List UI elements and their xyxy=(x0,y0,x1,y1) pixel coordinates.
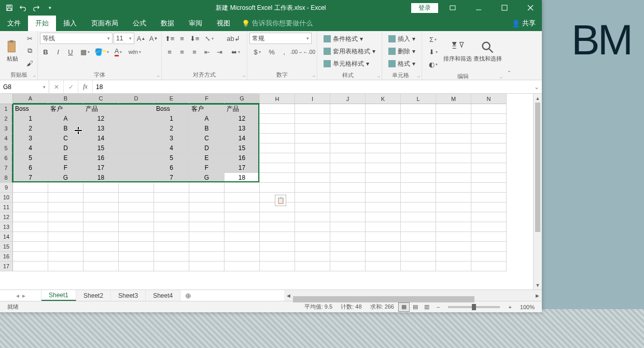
cell-L2[interactable] xyxy=(401,114,436,124)
sheet-tab-sheet2[interactable]: Sheet2 xyxy=(76,290,111,301)
cell-F13[interactable] xyxy=(189,222,225,232)
cell-M7[interactable] xyxy=(436,163,471,173)
comma-format-icon[interactable]: , xyxy=(278,46,290,57)
font-size-combo[interactable]: 11 xyxy=(114,33,134,44)
cell-D3[interactable] xyxy=(119,124,154,134)
cell-H9[interactable] xyxy=(260,183,295,193)
cell-C11[interactable] xyxy=(83,202,119,212)
cell-C14[interactable] xyxy=(83,232,119,242)
cell-L15[interactable] xyxy=(401,242,436,252)
cell-A4[interactable]: 3 xyxy=(13,134,48,143)
vertical-scrollbar[interactable]: ▲ ▼ xyxy=(533,94,542,289)
cell-A3[interactable]: 2 xyxy=(13,124,48,134)
cell-F7[interactable]: F xyxy=(189,163,225,173)
scroll-right-icon[interactable]: ▶ xyxy=(533,293,542,298)
cell-B7[interactable]: F xyxy=(48,163,83,173)
cell-L12[interactable] xyxy=(401,212,436,222)
cell-F6[interactable]: E xyxy=(189,153,225,163)
undo-icon[interactable] xyxy=(17,2,29,14)
cell-N10[interactable] xyxy=(471,193,507,202)
cell-D13[interactable] xyxy=(119,222,154,232)
cell-K11[interactable] xyxy=(366,202,401,212)
sheet-tab-sheet4[interactable]: Sheet4 xyxy=(146,290,180,301)
qat-customize-icon[interactable]: ▾ xyxy=(44,2,56,14)
cell-F2[interactable]: A xyxy=(189,114,225,124)
cell-K2[interactable] xyxy=(366,114,401,124)
col-header-D[interactable]: D xyxy=(119,94,154,104)
cell-J10[interactable] xyxy=(330,193,366,202)
cell-I9[interactable] xyxy=(295,183,330,193)
cell-H13[interactable] xyxy=(260,222,295,232)
cell-J5[interactable] xyxy=(330,143,366,153)
cell-C7[interactable]: 17 xyxy=(83,163,119,173)
cell-B15[interactable] xyxy=(48,242,83,252)
cell-A9[interactable] xyxy=(13,183,48,193)
accounting-format-icon[interactable]: $ xyxy=(249,46,265,57)
cell-N3[interactable] xyxy=(471,124,507,134)
cell-J2[interactable] xyxy=(330,114,366,124)
cell-D10[interactable] xyxy=(119,193,154,202)
cell-F4[interactable]: C xyxy=(189,134,225,143)
cell-A11[interactable] xyxy=(13,202,48,212)
cell-D5[interactable] xyxy=(119,143,154,153)
cell-J9[interactable] xyxy=(330,183,366,193)
cell-M16[interactable] xyxy=(436,252,471,262)
cell-A10[interactable] xyxy=(13,193,48,202)
row-header-3[interactable]: 3 xyxy=(0,124,13,134)
cell-K8[interactable] xyxy=(366,173,401,183)
cell-M5[interactable] xyxy=(436,143,471,153)
cell-C12[interactable] xyxy=(83,212,119,222)
cell-B10[interactable] xyxy=(48,193,83,202)
cell-C8[interactable]: 18 xyxy=(83,173,119,183)
cell-N6[interactable] xyxy=(471,153,507,163)
row-header-4[interactable]: 4 xyxy=(0,134,13,143)
cell-G14[interactable] xyxy=(225,232,260,242)
cell-K10[interactable] xyxy=(366,193,401,202)
cell-J4[interactable] xyxy=(330,134,366,143)
sheet-tab-sheet1[interactable]: Sheet1 xyxy=(41,290,76,301)
sheet-tab-sheet3[interactable]: Sheet3 xyxy=(111,290,146,301)
fill-icon[interactable]: ⬇ xyxy=(425,46,441,57)
col-header-F[interactable]: F xyxy=(189,94,225,104)
cell-F9[interactable] xyxy=(189,183,225,193)
col-header-J[interactable]: J xyxy=(330,94,366,104)
cell-A1[interactable]: Boss xyxy=(13,104,48,114)
scroll-down-icon[interactable]: ▼ xyxy=(534,281,542,289)
cell-C6[interactable]: 16 xyxy=(83,153,119,163)
cell-D6[interactable] xyxy=(119,153,154,163)
zoom-out-icon[interactable]: − xyxy=(432,304,444,310)
scroll-left-icon[interactable]: ◀ xyxy=(284,293,293,298)
cell-G13[interactable] xyxy=(225,222,260,232)
row-header-10[interactable]: 10 xyxy=(0,193,13,202)
align-center-icon[interactable]: ≡ xyxy=(176,46,188,57)
cell-B4[interactable]: C xyxy=(48,134,83,143)
row-header-1[interactable]: 1 xyxy=(0,104,13,114)
cell-D2[interactable] xyxy=(119,114,154,124)
expand-formula-bar-icon[interactable]: ⌄ xyxy=(531,80,542,93)
cell-G2[interactable]: 12 xyxy=(225,114,260,124)
tab-insert[interactable]: 插入 xyxy=(56,16,84,31)
align-left-icon[interactable]: ≡ xyxy=(164,46,175,57)
cells-area[interactable]: Boss客户产品Boss客户产品1A121A122B132B133C143C14… xyxy=(13,104,533,289)
cell-B9[interactable] xyxy=(48,183,83,193)
copy-icon[interactable]: ⧉ xyxy=(24,45,35,56)
insert-function-icon[interactable]: fx xyxy=(78,80,93,93)
cell-D1[interactable] xyxy=(119,104,154,114)
tell-me-search[interactable]: 💡告诉我你想要做什么 xyxy=(242,16,313,31)
row-header-2[interactable]: 2 xyxy=(0,114,13,124)
tab-page-layout[interactable]: 页面布局 xyxy=(84,16,125,31)
cell-E11[interactable] xyxy=(154,202,189,212)
cell-F10[interactable] xyxy=(189,193,225,202)
add-sheet-icon[interactable]: ⊕ xyxy=(180,290,196,301)
cell-D7[interactable] xyxy=(119,163,154,173)
minimize-icon[interactable] xyxy=(467,1,490,15)
cell-F15[interactable] xyxy=(189,242,225,252)
cell-L17[interactable] xyxy=(401,262,436,271)
cell-J8[interactable] xyxy=(330,173,366,183)
cell-N11[interactable] xyxy=(471,202,507,212)
cell-A15[interactable] xyxy=(13,242,48,252)
cell-K12[interactable] xyxy=(366,212,401,222)
cell-A14[interactable] xyxy=(13,232,48,242)
cell-E10[interactable] xyxy=(154,193,189,202)
cell-D16[interactable] xyxy=(119,252,154,262)
